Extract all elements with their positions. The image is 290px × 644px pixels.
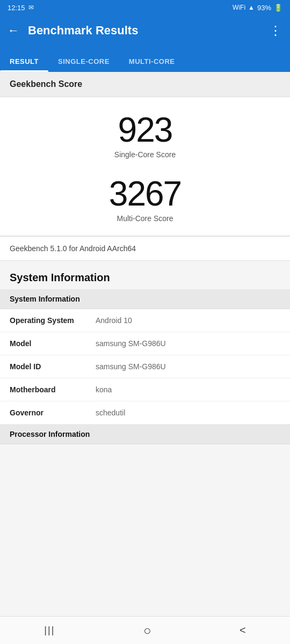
info-row-model: Model samsung SM-G986U: [0, 332, 290, 355]
info-value-model-id: samsung SM-G986U: [96, 362, 166, 371]
info-table-header: System Information: [0, 289, 290, 309]
tab-result[interactable]: RESULT: [0, 50, 48, 72]
info-table: System Information Operating System Andr…: [0, 289, 290, 444]
version-info-text: Geekbench 5.1.0 for Android AArch64: [10, 244, 136, 253]
battery-percent: 93%: [257, 4, 271, 12]
info-row-os: Operating System Android 10: [0, 309, 290, 332]
status-bar: 12:15 ✉ WiFi ▲ 93% 🔋: [0, 0, 290, 15]
info-row-model-id: Model ID samsung SM-G986U: [0, 355, 290, 378]
info-value-governor: schedutil: [96, 408, 125, 417]
more-button[interactable]: [269, 23, 282, 38]
geekbench-section-header: Geekbench Score: [0, 72, 290, 97]
battery-icon: 🔋: [274, 4, 282, 12]
tab-single-core[interactable]: SINGLE-CORE: [48, 50, 119, 72]
bottom-spacer: [0, 444, 290, 477]
multi-core-score-label: Multi-Core Score: [0, 214, 290, 223]
notif-icon: ✉: [28, 4, 34, 11]
single-core-score-label: Single-Core Score: [0, 150, 290, 159]
tab-multi-core[interactable]: MULTI-CORE: [119, 50, 185, 72]
app-bar: Benchmark Results: [0, 15, 290, 46]
processor-info-header: Processor Information: [0, 425, 290, 444]
info-value-os: Android 10: [96, 316, 132, 325]
time: 12:15: [8, 4, 25, 12]
status-bar-left: 12:15 ✉: [8, 4, 34, 12]
info-row-governor: Governor schedutil: [0, 401, 290, 425]
geekbench-header-text: Geekbench Score: [10, 79, 82, 89]
info-value-model: samsung SM-G986U: [96, 339, 166, 348]
status-bar-right: WiFi ▲ 93% 🔋: [233, 4, 282, 12]
system-info-title: System Information: [0, 261, 290, 289]
nav-back-button[interactable]: <: [224, 619, 261, 642]
wifi-icon: WiFi: [233, 4, 245, 11]
info-key-model-id: Model ID: [10, 362, 96, 371]
version-info: Geekbench 5.1.0 for Android AArch64: [0, 236, 290, 261]
tab-bar: RESULT SINGLE-CORE MULTI-CORE: [0, 46, 290, 72]
info-value-motherboard: kona: [96, 385, 112, 394]
back-button[interactable]: [8, 24, 19, 38]
info-key-model: Model: [10, 339, 96, 348]
info-row-motherboard: Motherboard kona: [0, 378, 290, 401]
score-divider: [0, 159, 290, 176]
signal-icon: ▲: [248, 4, 255, 11]
info-key-motherboard: Motherboard: [10, 385, 96, 394]
info-key-governor: Governor: [10, 408, 96, 417]
nav-home-button[interactable]: ○: [128, 618, 166, 643]
score-area: 923 Single-Core Score 3267 Multi-Core Sc…: [0, 97, 290, 236]
bottom-nav: ||| ○ <: [0, 616, 290, 644]
nav-menu-button[interactable]: |||: [29, 619, 70, 641]
multi-core-score-value: 3267: [0, 176, 290, 212]
app-bar-title: Benchmark Results: [28, 24, 260, 38]
info-key-os: Operating System: [10, 316, 96, 325]
single-core-score-value: 923: [0, 112, 290, 148]
